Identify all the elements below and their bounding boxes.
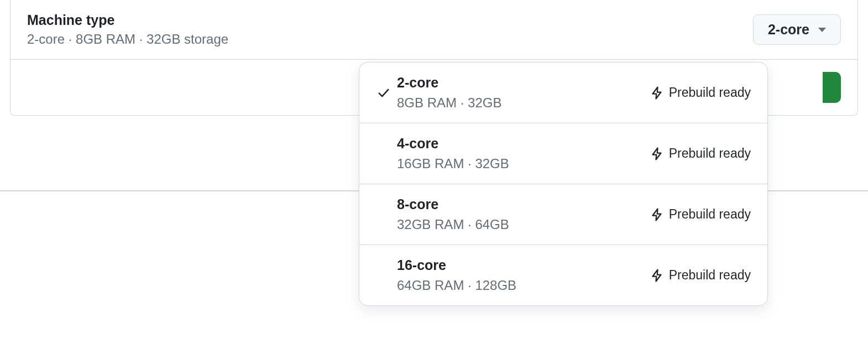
- option-body: 2-core 8GB RAM · 32GB: [397, 75, 650, 111]
- prebuild-badge: Prebuild ready: [650, 207, 751, 222]
- check-column: [370, 268, 397, 283]
- machine-type-row: Machine type 2-core · 8GB RAM · 32GB sto…: [11, 0, 857, 60]
- prebuild-label: Prebuild ready: [669, 268, 751, 283]
- option-spec: 8GB RAM · 32GB: [397, 95, 650, 111]
- prebuild-label: Prebuild ready: [669, 85, 751, 100]
- option-spec: 32GB RAM · 64GB: [397, 217, 650, 232]
- machine-type-dropdown: 2-core 8GB RAM · 32GB Prebuild ready 4-c…: [359, 62, 768, 306]
- check-column: [370, 146, 397, 162]
- prebuild-badge: Prebuild ready: [650, 85, 751, 100]
- prebuild-badge: Prebuild ready: [650, 146, 751, 161]
- machine-option-2-core[interactable]: 2-core 8GB RAM · 32GB Prebuild ready: [359, 63, 767, 123]
- create-button[interactable]: [823, 72, 841, 103]
- selector-label: 2-core: [768, 22, 809, 38]
- section-subtitle: 2-core · 8GB RAM · 32GB storage: [27, 32, 228, 47]
- zap-icon: [650, 86, 663, 100]
- check-column: [370, 207, 397, 222]
- machine-type-selector[interactable]: 2-core: [753, 14, 841, 45]
- option-title: 2-core: [397, 75, 650, 91]
- prebuild-label: Prebuild ready: [669, 207, 751, 222]
- machine-option-8-core[interactable]: 8-core 32GB RAM · 64GB Prebuild ready: [359, 184, 767, 245]
- machine-option-4-core[interactable]: 4-core 16GB RAM · 32GB Prebuild ready: [359, 123, 767, 184]
- check-column: [370, 85, 397, 101]
- option-title: 8-core: [397, 196, 650, 212]
- option-body: 16-core 64GB RAM · 128GB: [397, 257, 650, 293]
- check-icon: [378, 87, 390, 99]
- option-spec: 64GB RAM · 128GB: [397, 278, 650, 293]
- option-spec: 16GB RAM · 32GB: [397, 156, 650, 172]
- option-title: 4-core: [397, 136, 650, 152]
- option-body: 4-core 16GB RAM · 32GB: [397, 136, 650, 172]
- option-body: 8-core 32GB RAM · 64GB: [397, 196, 650, 232]
- zap-icon: [650, 208, 663, 221]
- caret-down-icon: [818, 28, 826, 32]
- zap-icon: [650, 269, 663, 282]
- section-title: Machine type: [27, 12, 228, 28]
- machine-type-info: Machine type 2-core · 8GB RAM · 32GB sto…: [27, 12, 228, 47]
- zap-icon: [650, 147, 663, 160]
- machine-option-16-core[interactable]: 16-core 64GB RAM · 128GB Prebuild ready: [359, 245, 767, 305]
- prebuild-badge: Prebuild ready: [650, 268, 751, 283]
- prebuild-label: Prebuild ready: [669, 146, 751, 161]
- option-title: 16-core: [397, 257, 650, 273]
